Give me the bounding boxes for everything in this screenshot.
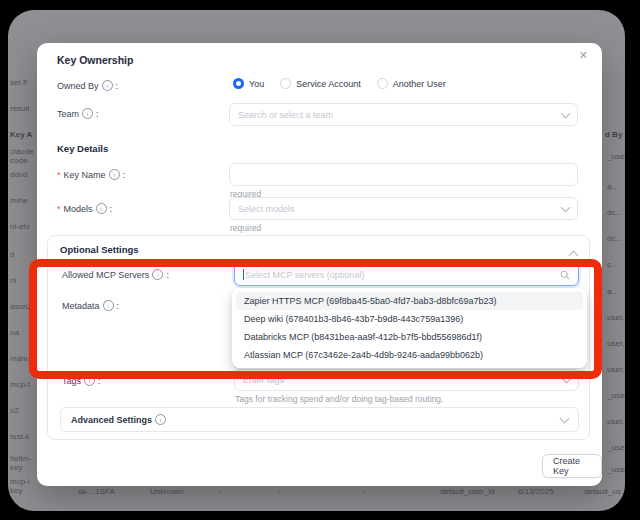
- table-cell-fragment: -: [278, 487, 281, 496]
- table-fragment: a...: [607, 287, 618, 296]
- radio-icon[interactable]: [233, 78, 244, 89]
- info-icon: i: [109, 169, 120, 180]
- advanced-settings-toggle[interactable]: Advanced Settings i: [60, 407, 579, 432]
- close-icon[interactable]: ✕: [579, 50, 588, 61]
- table-fragment: oa: [10, 328, 19, 337]
- table-fragment: result: [10, 104, 30, 113]
- table-fragment: user,: [607, 339, 624, 348]
- owned-by-radio-option[interactable]: Another User: [377, 78, 446, 89]
- table-fragment: _user,: [607, 465, 625, 474]
- mcp-servers-search-input[interactable]: Select MCP servers (optional): [234, 263, 579, 286]
- table-fragment: key: [10, 486, 22, 495]
- table-fragment: ni: [10, 276, 16, 285]
- mcp-server-option[interactable]: Databricks MCP (b8431bea-aa9f-412b-b7f5-…: [236, 328, 583, 346]
- allowed-mcp-servers-label: Allowed MCP Serversi:: [62, 269, 169, 280]
- owned-by-radio-group: You Service Account Another User: [233, 78, 446, 89]
- tags-placeholder: Enter tags: [243, 375, 563, 385]
- table-fragment: itellm-: [10, 454, 31, 463]
- text-cursor: [243, 269, 244, 280]
- mcp-server-option[interactable]: Atlassian MCP (67c3462e-2a4b-4d9b-9246-a…: [236, 346, 583, 364]
- mcp-server-option[interactable]: Zapier HTTPS MCP (69f8ba45-5ba0-4fd7-bab…: [236, 292, 583, 310]
- owned-by-label: Owned Byi:: [57, 80, 118, 91]
- table-fragment: dc...: [607, 208, 622, 217]
- models-required-hint: required: [230, 223, 261, 233]
- table-fragment: ddvd: [10, 170, 27, 179]
- table-fragment: mine: [10, 196, 27, 205]
- chevron-up-icon[interactable]: [569, 251, 579, 261]
- table-fragment: claude: [10, 147, 34, 156]
- table-fragment: d: [10, 250, 14, 259]
- info-icon: i: [84, 375, 95, 386]
- table-fragment: mcp-t: [10, 380, 30, 389]
- mcp-servers-dropdown: Zapier HTTPS MCP (69f8ba45-5ba0-4fd7-bab…: [232, 288, 587, 368]
- team-select[interactable]: Search or select a team: [229, 103, 578, 126]
- table-fragment: _user,: [607, 443, 625, 452]
- models-select-placeholder: Select models: [238, 204, 562, 214]
- key-details-heading: Key Details: [57, 143, 108, 154]
- advanced-settings-label: Advanced Settings: [71, 415, 152, 425]
- radio-icon[interactable]: [280, 78, 291, 89]
- radio-label: You: [249, 79, 264, 89]
- key-ownership-modal: Key Ownership ✕ Owned Byi: You Service A…: [37, 43, 602, 486]
- table-fragment: user,: [607, 313, 624, 322]
- table-fragment: d By: [605, 130, 622, 139]
- required-asterisk: *: [57, 170, 61, 180]
- info-icon: i: [152, 269, 163, 280]
- table-fragment: _user,: [607, 152, 625, 161]
- table-fragment: c...: [607, 260, 618, 269]
- table-fragment: test-k: [10, 432, 30, 441]
- table-fragment: ni-elo: [10, 222, 30, 231]
- owned-by-radio-option[interactable]: Service Account: [280, 78, 361, 89]
- table-fragment: a...: [607, 182, 618, 191]
- table-cell-fragment: -: [218, 487, 221, 496]
- table-fragment: manu: [10, 354, 30, 363]
- tags-help-text: Tags for tracking spend and/or doing tag…: [235, 394, 443, 404]
- info-icon: i: [102, 80, 113, 91]
- table-cell-fragment: Unknown: [150, 487, 183, 496]
- create-key-button[interactable]: Create Key: [542, 454, 602, 478]
- table-fragment: o2: [10, 406, 19, 415]
- info-icon: i: [96, 203, 107, 214]
- info-icon: i: [155, 414, 166, 425]
- table-fragment: key: [10, 463, 22, 472]
- search-icon: [560, 270, 570, 280]
- chevron-down-icon: [561, 202, 571, 212]
- table-fragment: code-: [10, 156, 30, 165]
- radio-label: Service Account: [296, 79, 361, 89]
- models-select[interactable]: Select models: [229, 197, 578, 220]
- key-name-label: * Key Namei:: [57, 169, 125, 180]
- table-cell-fragment: -: [362, 487, 365, 496]
- table-fragment: user,: [607, 417, 624, 426]
- key-name-input[interactable]: [229, 163, 578, 186]
- table-cell-fragment: sk-...1SFA: [78, 487, 115, 496]
- table-fragment: ason2: [10, 302, 32, 311]
- metadata-label: Metadatai:: [62, 300, 119, 311]
- info-icon: i: [82, 108, 93, 119]
- team-select-placeholder: Search or select a team: [238, 110, 562, 120]
- chevron-down-icon: [561, 108, 571, 118]
- mcp-servers-placeholder: Select MCP servers (optional): [245, 270, 560, 280]
- models-label: * Modelsi:: [57, 203, 112, 214]
- chevron-down-icon: [562, 374, 572, 384]
- radio-icon[interactable]: [377, 78, 388, 89]
- table-cell-fragment: default_user_id: [440, 487, 495, 496]
- mcp-server-option[interactable]: Deep wiki (678401b3-8b46-43b7-b9d8-443c7…: [236, 310, 583, 328]
- team-label: Teami:: [57, 108, 99, 119]
- table-fragment: Key A: [10, 130, 32, 139]
- radio-label: Another User: [393, 79, 446, 89]
- modal-title: Key Ownership: [57, 54, 133, 66]
- info-icon: i: [103, 300, 114, 311]
- tags-input[interactable]: Enter tags: [234, 369, 579, 391]
- optional-settings-heading: Optional Settings: [60, 244, 139, 255]
- table-fragment: dc...: [607, 234, 622, 243]
- table-fragment: mcp-l: [10, 477, 30, 486]
- table-cell-fragment: default_us: [584, 487, 621, 496]
- required-asterisk: *: [57, 204, 61, 214]
- table-fragment: _user,: [607, 391, 625, 400]
- chevron-down-icon: [560, 413, 570, 423]
- tags-label: Tagsi:: [62, 375, 101, 386]
- owned-by-radio-option[interactable]: You: [233, 78, 264, 89]
- table-cell-fragment: 6/13/2025: [518, 487, 554, 496]
- table-fragment: set F: [10, 78, 28, 87]
- table-fragment: user,: [607, 365, 624, 374]
